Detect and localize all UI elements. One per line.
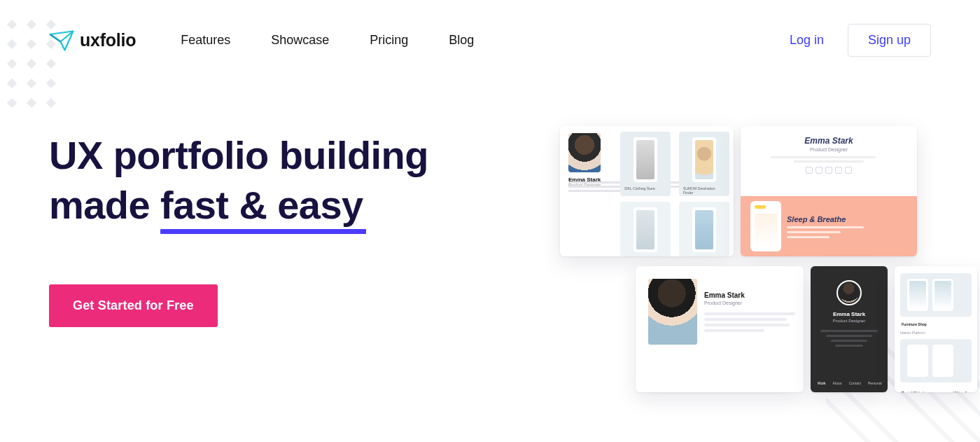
person-role: Product Designer bbox=[704, 301, 795, 305]
person-name: Emma Stark bbox=[811, 311, 888, 317]
hero-title-highlight: fast & easy bbox=[160, 180, 363, 230]
preview-card-dark: Emma Stark Product Designer Work About C… bbox=[811, 266, 888, 392]
nav-showcase[interactable]: Showcase bbox=[271, 33, 329, 48]
person-role: Product Designer bbox=[741, 147, 917, 152]
person-role: Product Designer bbox=[811, 319, 888, 323]
preview-card-projects-list: Furniture Shop Interior Platform Rental … bbox=[895, 266, 977, 392]
tile-caption: SUMOM Destination Finder bbox=[683, 186, 725, 195]
phone-mock-icon bbox=[932, 345, 953, 377]
phone-mock-icon bbox=[634, 137, 657, 182]
phone-mock-icon bbox=[634, 207, 657, 252]
brand-name: uxfolio bbox=[80, 30, 136, 50]
logo[interactable]: uxfolio bbox=[49, 30, 136, 51]
preview-card-grid-portfolio: Emma Stark Product Designer SIKL Clothin… bbox=[560, 126, 734, 256]
tile-caption: SIKL Clothing Store bbox=[624, 186, 666, 191]
top-nav: uxfolio Features Showcase Pricing Blog L… bbox=[0, 0, 980, 57]
phone-mock-icon bbox=[750, 201, 781, 251]
phone-mock-icon bbox=[692, 137, 716, 182]
portfolio-preview-gallery: Emma Stark Product Designer SIKL Clothin… bbox=[560, 126, 952, 420]
social-icons-row bbox=[741, 167, 917, 174]
avatar-circle bbox=[836, 280, 862, 305]
phone-mock-icon bbox=[907, 345, 928, 377]
avatar bbox=[568, 133, 601, 172]
preview-card-resume: Emma Stark Product Designer bbox=[636, 266, 804, 392]
phone-mock-icon bbox=[692, 207, 716, 252]
login-link[interactable]: Log in bbox=[790, 33, 824, 48]
paper-plane-icon bbox=[49, 30, 74, 51]
tile-subcaption: Interior Platform bbox=[900, 331, 972, 335]
preview-card-centered-hero: Emma Stark Product Designer Sleep & Brea… bbox=[741, 126, 917, 256]
nav-links: Features Showcase Pricing Blog bbox=[181, 33, 474, 48]
hero-title-line1: UX portfolio building bbox=[49, 133, 428, 177]
phone-mock-icon bbox=[907, 279, 928, 311]
hero-title-line2-prefix: made bbox=[49, 183, 160, 227]
tile-caption: Furniture Shop bbox=[902, 322, 972, 326]
hero-title: UX portfolio building made fast & easy bbox=[49, 130, 428, 230]
signup-button[interactable]: Sign up bbox=[848, 24, 931, 57]
person-name: Emma Stark bbox=[741, 136, 917, 146]
tile-caption: Hiking App bbox=[953, 391, 972, 392]
hero-copy: UX portfolio building made fast & easy G… bbox=[49, 130, 428, 327]
phone-mock-icon bbox=[932, 279, 953, 311]
mini-tabs: Work About Contact Personal bbox=[818, 381, 882, 385]
person-name: Emma Stark bbox=[704, 291, 795, 299]
nav-pricing[interactable]: Pricing bbox=[370, 33, 408, 48]
tile-caption: Rental Website bbox=[902, 391, 927, 392]
nav-features[interactable]: Features bbox=[181, 33, 230, 48]
nav-left: uxfolio Features Showcase Pricing Blog bbox=[49, 30, 474, 51]
nav-blog[interactable]: Blog bbox=[449, 33, 474, 48]
cta-get-started-button[interactable]: Get Started for Free bbox=[49, 284, 218, 327]
project-title: Sleep & Breathe bbox=[787, 215, 864, 223]
nav-right: Log in Sign up bbox=[790, 24, 931, 57]
avatar bbox=[648, 279, 697, 345]
